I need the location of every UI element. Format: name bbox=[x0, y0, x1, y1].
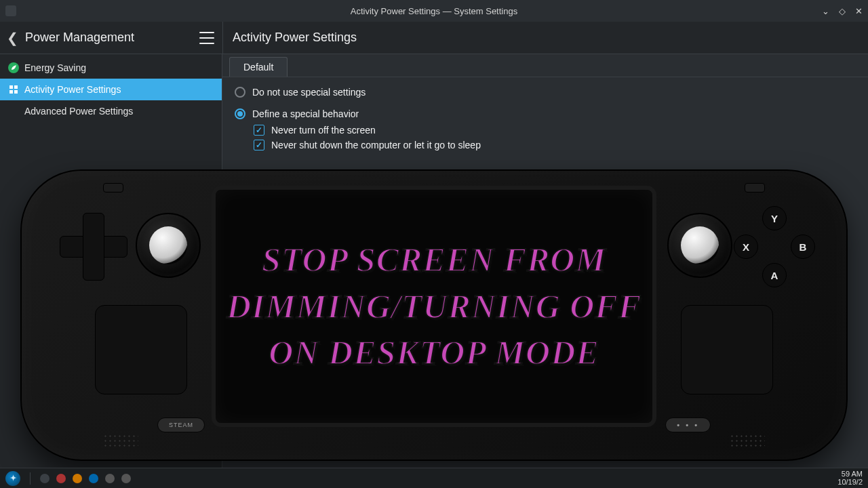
window-minimize-button[interactable]: ⌄ bbox=[822, 6, 829, 16]
checkbox-label: Never turn off the screen bbox=[271, 125, 376, 136]
window-title: Activity Power Settings — System Setting… bbox=[351, 6, 517, 16]
breadcrumb-label: Power Management bbox=[25, 30, 134, 45]
sidebar-item-label: Energy Saving bbox=[24, 62, 86, 73]
sliders-icon bbox=[8, 107, 19, 115]
checkbox-icon bbox=[254, 140, 264, 150]
checkbox-never-turn-off-screen[interactable]: Never turn off the screen bbox=[254, 125, 856, 136]
svg-rect-2 bbox=[9, 90, 13, 94]
checkbox-label: Never shut down the computer or let it g… bbox=[271, 140, 481, 150]
sidebar-item-label: Activity Power Settings bbox=[24, 84, 121, 95]
radio-do-not-use-special[interactable]: Do not use special settings bbox=[235, 87, 856, 98]
taskbar-app-icon[interactable] bbox=[40, 474, 50, 483]
activity-icon bbox=[8, 84, 19, 95]
app-icon bbox=[5, 5, 16, 16]
taskbar-app-icon[interactable] bbox=[105, 474, 115, 483]
leaf-icon bbox=[8, 62, 19, 73]
radio-label: Define a special behavior bbox=[252, 108, 359, 119]
tab-bar: Default bbox=[222, 54, 868, 77]
taskbar: ✦ 59 AM 10/19/2 bbox=[0, 468, 868, 488]
content-panel: Default Do not use special settings Defi… bbox=[222, 54, 868, 468]
app-launcher-button[interactable]: ✦ bbox=[5, 471, 20, 486]
breadcrumb-back[interactable]: ❮ Power Management bbox=[7, 30, 134, 46]
taskbar-app-icon[interactable] bbox=[73, 474, 82, 483]
taskbar-clock[interactable]: 59 AM 10/19/2 bbox=[837, 470, 863, 486]
radio-icon bbox=[235, 87, 245, 98]
sidebar-item-label: Advanced Power Settings bbox=[24, 106, 133, 117]
sidebar-item-energy-saving[interactable]: Energy Saving bbox=[0, 57, 222, 79]
separator bbox=[30, 472, 31, 485]
radio-define-special-behavior[interactable]: Define a special behavior bbox=[235, 108, 856, 119]
window-maximize-button[interactable]: ◇ bbox=[839, 6, 846, 16]
taskbar-app-icon[interactable] bbox=[89, 474, 98, 483]
svg-rect-0 bbox=[9, 85, 13, 89]
main-area: Energy Saving Activity Power Settings Ad… bbox=[0, 54, 868, 468]
chevron-left-icon: ❮ bbox=[7, 30, 18, 46]
checkbox-never-shut-down[interactable]: Never shut down the computer or let it g… bbox=[254, 140, 856, 150]
clock-time: 59 AM bbox=[842, 470, 863, 479]
hamburger-menu-button[interactable] bbox=[199, 32, 214, 44]
svg-rect-1 bbox=[14, 85, 18, 89]
tab-default[interactable]: Default bbox=[229, 57, 288, 77]
sidebar-item-activity-power-settings[interactable]: Activity Power Settings bbox=[0, 79, 222, 100]
window-titlebar: Activity Power Settings — System Setting… bbox=[0, 0, 868, 22]
checkbox-icon bbox=[254, 125, 264, 136]
page-title: Activity Power Settings bbox=[233, 30, 357, 45]
tab-panel-default: Do not use special settings Define a spe… bbox=[222, 77, 868, 167]
header-row: ❮ Power Management Activity Power Settin… bbox=[0, 22, 868, 54]
radio-icon bbox=[235, 108, 245, 119]
svg-rect-3 bbox=[14, 90, 18, 94]
taskbar-app-icon[interactable] bbox=[56, 474, 66, 483]
mouse-cursor-icon: ↖ bbox=[670, 201, 680, 216]
sidebar: Energy Saving Activity Power Settings Ad… bbox=[0, 54, 222, 468]
taskbar-app-icon[interactable] bbox=[121, 474, 131, 483]
sidebar-item-advanced-power-settings[interactable]: Advanced Power Settings bbox=[0, 100, 222, 122]
clock-date: 10/19/2 bbox=[837, 479, 863, 487]
window-close-button[interactable]: ✕ bbox=[855, 6, 863, 16]
radio-label: Do not use special settings bbox=[252, 87, 366, 98]
